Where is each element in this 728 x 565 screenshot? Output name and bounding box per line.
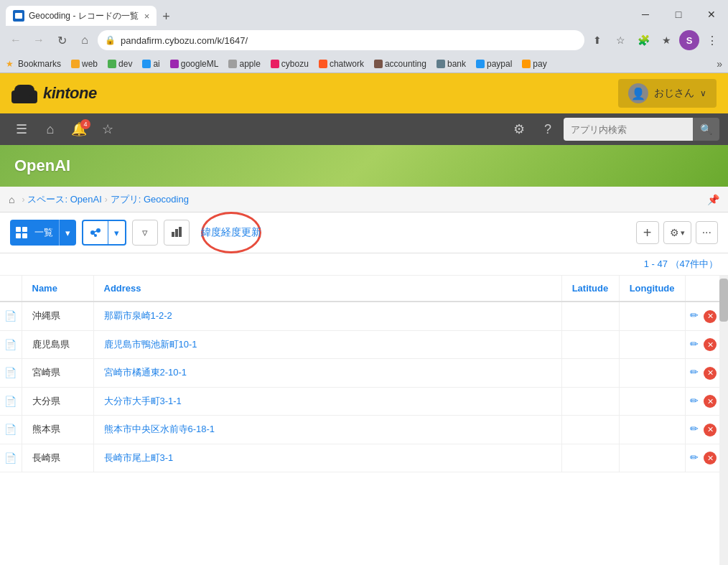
tab-close-button[interactable]: × [144,11,150,22]
view-chevron-icon[interactable]: ▾ [59,220,76,246]
bookmark-chatwork[interactable]: chatwork [314,58,368,70]
nav-search-input[interactable] [564,118,693,141]
row-name: 宮崎県 [22,359,93,388]
svg-rect-4 [16,233,21,238]
favorites-star-icon[interactable]: ☆ [95,116,121,142]
delete-record-button[interactable]: ✕ [704,424,717,436]
nav-search-button[interactable]: 🔍 [693,118,719,141]
bell-badge: 4 [80,119,90,129]
breadcrumb-space-link[interactable]: スペース: OpenAI [27,193,101,206]
vertical-scrollbar[interactable] [719,276,728,565]
bar-chart-button[interactable] [164,220,190,246]
settings-gear-icon[interactable]: ⚙ [506,116,532,142]
table-row: 📄 熊本県 熊本市中央区水前寺6-18-1 ✏ ✕ [0,416,728,444]
scrollbar-thumb[interactable] [719,279,728,322]
address-input-container[interactable]: 🔒 pandafirm.cybozu.com/k/1647/ [98,30,584,50]
bookmark-star-icon[interactable]: ☆ [610,30,630,50]
profile-avatar[interactable]: S [679,30,699,50]
edit-record-button[interactable]: ✏ [690,423,699,434]
bookmark-bank[interactable]: bank [432,58,470,70]
update-geocode-button[interactable]: 緯度経度更新 [195,223,267,242]
col-address-header: Address [93,276,561,302]
bookmark-paypal[interactable]: paypal [472,58,516,70]
row-name: 鹿児島県 [22,330,93,359]
row-latitude [561,302,619,330]
row-longitude [619,387,685,416]
row-longitude [619,444,685,472]
bookmark-googleml[interactable]: googleML [166,58,223,70]
svg-rect-3 [22,227,27,232]
browser-menu-icon[interactable]: ⋮ [702,30,722,50]
kintone-header: kintone 👤 おじさん ∨ [0,73,728,113]
row-latitude [561,359,619,388]
row-doc-icon: 📄 [0,359,22,388]
delete-record-button[interactable]: ✕ [704,395,717,408]
delete-record-button[interactable]: ✕ [704,338,717,351]
settings-dropdown-button[interactable]: ⚙ ▾ [663,221,691,244]
row-doc-icon: 📄 [0,302,22,330]
breadcrumb-separator-1: › [22,195,24,205]
breadcrumb-app-link[interactable]: アプリ: Geocoding [111,193,189,206]
row-longitude [619,302,685,330]
maximize-button[interactable]: □ [662,4,695,24]
add-record-button[interactable]: + [636,221,659,244]
close-window-button[interactable]: ✕ [695,4,728,24]
bookmark-apple[interactable]: apple [224,58,264,70]
bookmark-pay[interactable]: pay [518,58,551,70]
edit-record-button[interactable]: ✏ [690,452,699,463]
bookmark-web[interactable]: web [67,58,102,70]
edit-record-button[interactable]: ✏ [690,395,699,406]
more-options-button[interactable]: ··· [696,221,718,244]
app-title-bar: OpenAI [0,145,728,187]
table-body: 📄 沖縄県 那覇市泉崎1-2-2 ✏ ✕ 📄 鹿児島県 鹿児島市鴨池新町10-1… [0,302,728,472]
home-nav-icon[interactable]: ⌂ [37,116,63,142]
filter-button[interactable]: ▿ [132,220,158,246]
chart-selector[interactable]: ▾ [82,220,126,246]
pin-icon[interactable]: 📌 [707,194,719,205]
extensions-icon[interactable]: 🧩 [633,30,653,50]
delete-record-button[interactable]: ✕ [704,310,717,323]
tab-favicon [13,10,24,22]
delete-record-button[interactable]: ✕ [704,367,717,380]
edit-record-button[interactable]: ✏ [690,366,699,378]
bookmarks-overflow-icon[interactable]: » [717,58,722,70]
bookmark-cybozu[interactable]: cybozu [266,58,313,70]
breadcrumb-home-icon[interactable]: ⌂ [9,194,14,205]
bookmark-accounting[interactable]: accounting [370,58,431,70]
row-latitude [561,330,619,359]
edit-record-button[interactable]: ✏ [690,309,699,321]
home-button[interactable]: ⌂ [75,30,95,50]
kintone-navbar: ☰ ⌂ 🔔 4 ☆ ⚙ ? 🔍 [0,113,728,145]
view-selector[interactable]: 一覧 ▾ [10,220,76,246]
share-icon[interactable]: ⬆ [587,30,607,50]
edit-record-button[interactable]: ✏ [690,338,699,350]
row-longitude [619,416,685,444]
row-doc-icon: 📄 [0,444,22,472]
row-address: 那覇市泉崎1-2-2 [93,302,561,330]
user-menu[interactable]: 👤 おじさん ∨ [618,79,717,108]
delete-record-button[interactable]: ✕ [704,452,717,464]
minimize-button[interactable]: ─ [629,4,662,24]
bar-chart-icon [171,226,182,240]
view-grid-icon [10,227,34,238]
active-tab[interactable]: Geocoding - レコードの一覧 × [6,6,157,26]
forward-button[interactable]: → [29,30,49,50]
user-avatar-icon: 👤 [628,83,648,103]
chart-chevron-icon[interactable]: ▾ [108,221,125,244]
back-button[interactable]: ← [6,30,26,50]
tab-bar: Geocoding - レコードの一覧 × + ─ □ ✕ [0,0,728,26]
new-tab-button[interactable]: + [157,9,176,24]
notification-bell-icon[interactable]: 🔔 4 [66,116,92,142]
address-bar: ← → ↻ ⌂ 🔒 pandafirm.cybozu.com/k/1647/ ⬆… [0,26,728,55]
row-address: 宮崎市橘通東2-10-1 [93,359,561,388]
table-container[interactable]: Name Address Latitude Longitude 📄 沖縄県 那覇… [0,276,728,565]
help-question-icon[interactable]: ? [535,116,561,142]
refresh-button[interactable]: ↻ [52,30,72,50]
record-count-bar: 1 - 47 （47件中） [0,253,728,276]
bookmark-dev[interactable]: dev [103,58,136,70]
bookmark-ai[interactable]: ai [138,58,164,70]
extensions-puzzle-icon[interactable]: ★ [656,30,676,50]
breadcrumb-bar: ⌂ › スペース: OpenAI › アプリ: Geocoding 📌 [0,187,728,213]
search-icon: 🔍 [700,123,712,135]
hamburger-menu-icon[interactable]: ☰ [9,116,34,142]
